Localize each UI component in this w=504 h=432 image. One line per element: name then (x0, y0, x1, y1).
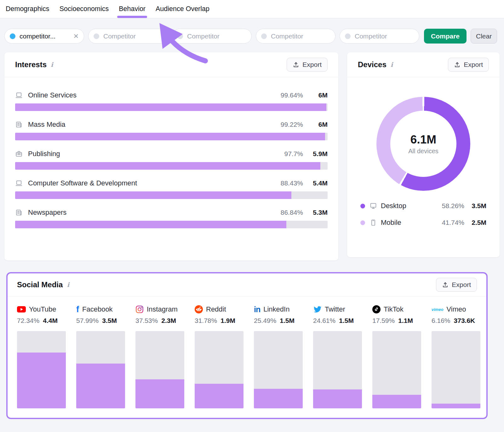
info-icon[interactable] (51, 61, 53, 68)
platform-bar-fill (313, 389, 362, 408)
interest-value: 6M (311, 121, 328, 128)
social-platform-reddit: Reddit31.78%1.9M (195, 305, 243, 408)
platform-bar-track (76, 331, 125, 408)
platform-bar-track (313, 331, 362, 408)
platform-value: 1.9M (220, 317, 235, 324)
platform-value: 4.4M (43, 317, 58, 324)
device-label: Mobile (381, 219, 401, 227)
interests-header: Interests Export (4, 52, 338, 77)
export-button[interactable]: Export (436, 278, 477, 292)
laptop-icon (15, 179, 23, 187)
interest-bar-track (15, 133, 328, 140)
platform-value: 3.5M (102, 317, 117, 324)
platform-bar-fill (432, 404, 480, 408)
devices-header: Devices Export (347, 52, 500, 77)
vimeo-icon: vimeo (432, 307, 444, 312)
device-value: 2.5M (470, 219, 486, 226)
compare-button[interactable]: Compare (424, 29, 467, 44)
platform-percent: 24.61% (313, 317, 335, 324)
facebook-icon: f (76, 305, 79, 314)
competitor-input-field[interactable] (355, 32, 414, 40)
platform-name: Facebook (82, 305, 113, 313)
platform-name: TikTok (384, 305, 404, 313)
donut-center: 6.1M All devices (390, 111, 456, 177)
interests-card: Interests Export Online Services99.64%6M… (4, 52, 338, 260)
competitor-input-field[interactable] (103, 32, 163, 40)
platform-percent: 6.16% (432, 317, 450, 324)
interest-label: Online Services (28, 91, 77, 99)
social-platform-youtube: YouTube72.34%4.4M (17, 305, 66, 408)
interest-bar-fill (15, 133, 325, 140)
social-platform-facebook: fFacebook57.99%3.5M (76, 305, 125, 408)
linkedin-icon: in (254, 306, 260, 313)
export-button[interactable]: Export (287, 58, 328, 72)
platform-value: 2.3M (161, 317, 176, 324)
competitor-dot-icon (345, 33, 351, 39)
interest-value: 5.3M (311, 209, 328, 216)
interest-row: Computer Software & Development88.43%5.4… (15, 179, 328, 199)
export-label: Export (302, 61, 322, 68)
platform-name: Instagram (147, 305, 178, 313)
platform-name: Reddit (206, 305, 226, 313)
platform-bar-fill (254, 389, 303, 408)
competitor-input[interactable] (340, 29, 419, 44)
export-button[interactable]: Export (448, 58, 489, 72)
competitor-dot-icon (94, 33, 99, 39)
interest-bar-track (15, 191, 328, 199)
info-icon[interactable] (391, 61, 393, 68)
tab-demographics[interactable]: Demographics (5, 0, 50, 18)
competitor-input[interactable] (256, 29, 335, 44)
selected-competitor-label: competitor... (20, 32, 55, 40)
competitor-input[interactable] (88, 29, 168, 44)
interest-bar-track (15, 103, 328, 111)
platform-bar-fill (17, 353, 66, 408)
platform-bar-track (17, 331, 66, 408)
tab-audience-overlap[interactable]: Audience Overlap (155, 0, 210, 18)
tab-socioeconomics[interactable]: Socioeconomics (59, 0, 110, 18)
interest-label: Mass Media (28, 120, 66, 129)
competitor-input[interactable] (172, 29, 252, 44)
info-icon[interactable] (67, 281, 69, 289)
tiktok-icon (372, 305, 381, 313)
platform-percent: 57.99% (76, 317, 99, 324)
clear-button[interactable]: Clear (471, 29, 497, 44)
competitor-input-field[interactable] (271, 32, 330, 40)
competitor-dot-icon (177, 33, 183, 39)
social-platform-vimeo: vimeoVimeo6.16%373.6K (432, 305, 480, 408)
social-platform-twitter: Twitter24.61%1.5M (313, 305, 362, 408)
device-value: 3.5M (470, 202, 486, 210)
social-platform-instagram: Instagram37.53%2.3M (135, 305, 184, 408)
device-legend-row: Desktop58.26%3.5M (360, 200, 486, 212)
interest-label: Publishing (28, 150, 60, 158)
competitor-dot-icon (261, 33, 267, 39)
platform-percent: 37.53% (135, 317, 158, 324)
interest-bar-track (15, 221, 328, 228)
export-icon (454, 61, 461, 68)
instagram-icon (135, 305, 144, 313)
platform-bar-track (195, 331, 243, 408)
social-media-card: Social Media Export YouTube72.34%4.4MfFa… (6, 272, 488, 419)
interest-percent: 88.43% (281, 179, 303, 187)
close-icon[interactable]: ✕ (73, 33, 79, 39)
platform-name: Twitter (325, 305, 345, 313)
reddit-icon (195, 305, 203, 313)
platform-name: YouTube (29, 305, 56, 313)
competitor-dot-icon (10, 33, 15, 39)
tab-behavior[interactable]: Behavior (118, 0, 146, 18)
platform-name: LinkedIn (263, 305, 289, 313)
interest-percent: 99.22% (281, 121, 303, 128)
platform-percent: 25.49% (254, 317, 276, 324)
social-platform-tiktok: TikTok17.59%1.1M (372, 305, 421, 408)
selected-competitor-chip[interactable]: competitor... ✕ (4, 29, 84, 44)
interests-title: Interests (15, 60, 47, 69)
interest-value: 5.9M (311, 150, 328, 158)
platform-bar-track (372, 331, 421, 408)
desktop-icon (369, 202, 377, 210)
interest-row: Newspapers86.84%5.3M (15, 208, 328, 228)
interest-bar-fill (15, 162, 320, 170)
device-percent: 58.26% (442, 202, 464, 210)
platform-percent: 31.78% (195, 317, 217, 324)
export-icon (293, 61, 299, 68)
youtube-icon (17, 306, 26, 312)
competitor-input-field[interactable] (187, 32, 246, 40)
